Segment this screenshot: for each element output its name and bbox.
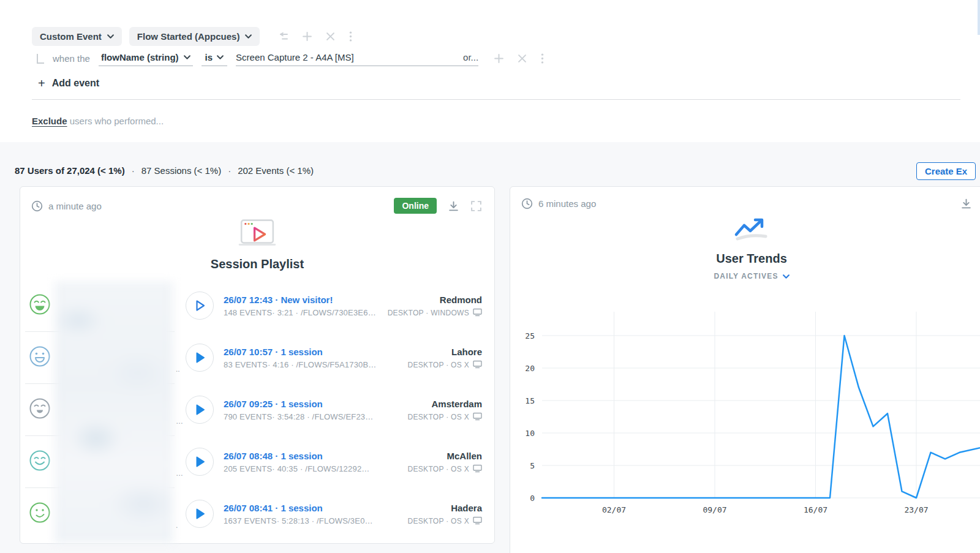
y-tick-label: 20 bbox=[525, 364, 535, 373]
x-tick-label: 16/07 bbox=[804, 505, 827, 514]
session-city: Amsterdam bbox=[408, 398, 482, 408]
chevron-down-icon bbox=[184, 55, 190, 59]
device-label: DESKTOP · OS X bbox=[408, 464, 469, 473]
monitor-icon bbox=[473, 517, 482, 525]
play-icon bbox=[193, 351, 206, 364]
condition-row-actions bbox=[494, 53, 544, 66]
expand-icon[interactable] bbox=[470, 200, 482, 212]
users-count: 87 Users of 27,024 (< 1%) bbox=[15, 165, 125, 176]
event-filter-row: Custom Event Flow Started (Appcues) bbox=[32, 27, 352, 46]
session-city: Hadera bbox=[408, 502, 482, 513]
session-link[interactable]: 26/07 08:48 · 1 session bbox=[224, 450, 370, 461]
download-icon[interactable] bbox=[448, 200, 459, 212]
plus-icon[interactable] bbox=[303, 32, 312, 41]
session-device: DESKTOP · OS X bbox=[408, 464, 482, 473]
value-input[interactable]: Screen Capture 2 - A4A [MS] or... bbox=[236, 52, 478, 66]
session-city: Lahore bbox=[408, 346, 482, 356]
play-session-button[interactable] bbox=[186, 292, 214, 320]
user-trends-card: 6 minutes ago User Trends DAILY ACTIVES … bbox=[510, 186, 980, 553]
session-meta: 205 EVENTS· 40:35 · /FLOWS/12292… bbox=[224, 464, 370, 473]
emoji-smirk-green-icon bbox=[29, 502, 51, 526]
session-card-title: Session Playlist bbox=[20, 257, 494, 271]
session-city: Redmond bbox=[388, 294, 482, 304]
play-session-button[interactable] bbox=[186, 500, 214, 528]
monitor-icon bbox=[473, 465, 482, 473]
analytics-screen: Custom Event Flow Started (Appcues) when… bbox=[0, 0, 980, 553]
section-divider bbox=[32, 99, 960, 100]
play-session-button[interactable] bbox=[186, 448, 214, 476]
name-ellipsis: .. bbox=[176, 365, 180, 374]
last-updated: a minute ago bbox=[48, 201, 102, 211]
chevron-down-icon bbox=[245, 34, 252, 39]
session-link[interactable]: 26/07 09:25 · 1 session bbox=[224, 398, 374, 408]
property-dropdown[interactable]: flowName (string) bbox=[99, 52, 193, 66]
session-link[interactable]: 26/07 12:43 · New visitor! bbox=[224, 294, 376, 304]
trends-card-title: User Trends bbox=[510, 252, 980, 266]
results-summary: 87 Users of 27,024 (< 1%) · 87 Sessions … bbox=[15, 165, 314, 176]
value-text: Screen Capture 2 - A4A [MS] bbox=[236, 52, 354, 62]
play-icon bbox=[193, 455, 206, 468]
exclude-link[interactable]: Exclude bbox=[32, 116, 67, 126]
session-meta: 148 EVENTS· 3:21 · /FLOWS/730E3E6… bbox=[224, 307, 376, 317]
x-tick-label: 09/07 bbox=[703, 505, 726, 514]
monitor-icon bbox=[473, 413, 482, 421]
add-branch-icon[interactable] bbox=[277, 32, 288, 41]
or-more-button[interactable]: or... bbox=[463, 52, 478, 62]
operator-dropdown[interactable]: is bbox=[202, 52, 228, 66]
kebab-icon[interactable] bbox=[349, 31, 352, 42]
scroll-edge bbox=[978, 0, 980, 35]
events-count: 202 Events (< 1%) bbox=[238, 165, 314, 176]
chevron-down-icon bbox=[217, 55, 224, 59]
close-icon[interactable] bbox=[518, 55, 526, 62]
chevron-down-icon bbox=[783, 274, 790, 279]
name-ellipsis: … bbox=[176, 417, 183, 426]
y-tick-label: 5 bbox=[530, 461, 535, 470]
play-icon bbox=[193, 507, 206, 521]
event-name-dropdown[interactable]: Flow Started (Appcues) bbox=[129, 27, 260, 46]
kebab-icon[interactable] bbox=[541, 53, 544, 64]
monitor-icon bbox=[473, 361, 482, 369]
session-playlist-icon bbox=[20, 219, 494, 250]
session-meta: 1637 EVENTS· 5:28:13 · /FLOWS/3E0… bbox=[224, 516, 373, 525]
create-export-button[interactable]: Create Ex bbox=[916, 162, 976, 180]
play-session-button[interactable] bbox=[186, 344, 214, 372]
redacted-user-names bbox=[55, 281, 173, 543]
online-status-badge[interactable]: Online bbox=[394, 198, 437, 214]
session-meta: 83 EVENTS· 4:16 · /FLOWS/F5A1730B… bbox=[224, 359, 377, 369]
plus-icon[interactable] bbox=[494, 54, 503, 63]
separator-dot: · bbox=[228, 165, 231, 176]
y-tick-label: 0 bbox=[530, 494, 535, 503]
session-device: DESKTOP · OS X bbox=[408, 360, 482, 369]
event-type-dropdown[interactable]: Custom Event bbox=[32, 27, 122, 46]
download-icon[interactable] bbox=[960, 198, 972, 209]
daily-actives-chart[interactable]: 051015202502/0709/0716/0723/07 bbox=[510, 297, 980, 530]
last-updated: 6 minutes ago bbox=[538, 198, 596, 209]
device-label: DESKTOP · OS X bbox=[408, 516, 469, 525]
property-label: flowName (string) bbox=[101, 52, 179, 62]
close-icon[interactable] bbox=[326, 32, 334, 40]
emoji-smile-gray-icon bbox=[29, 397, 51, 422]
exclude-hint: users who performed... bbox=[70, 116, 164, 126]
session-link[interactable]: 26/07 10:57 · 1 session bbox=[224, 346, 377, 356]
metric-label: DAILY ACTIVES bbox=[714, 272, 778, 280]
add-event-button[interactable]: + Add event bbox=[38, 78, 99, 89]
y-tick-label: 25 bbox=[525, 331, 535, 340]
operator-label: is bbox=[205, 52, 213, 62]
event-type-label: Custom Event bbox=[40, 31, 102, 42]
clock-icon bbox=[31, 200, 43, 212]
device-label: DESKTOP · WINDOWS bbox=[388, 308, 469, 317]
event-row-actions bbox=[277, 31, 352, 42]
clock-icon bbox=[521, 198, 533, 209]
metric-selector[interactable]: DAILY ACTIVES bbox=[510, 272, 980, 280]
y-tick-label: 15 bbox=[525, 396, 535, 405]
device-label: DESKTOP · OS X bbox=[408, 360, 469, 369]
daily-actives-line bbox=[542, 336, 980, 498]
condition-prefix: when the bbox=[53, 53, 90, 66]
branch-connector bbox=[37, 54, 44, 64]
session-link[interactable]: 26/07 08:41 · 1 session bbox=[224, 502, 373, 513]
device-label: DESKTOP · OS X bbox=[408, 412, 469, 421]
play-session-button[interactable] bbox=[186, 396, 214, 424]
emoji-smile-teal-icon bbox=[29, 450, 51, 474]
session-meta: 790 EVENTS· 3:54:28 · /FLOWS/EF23… bbox=[224, 412, 374, 421]
session-device: DESKTOP · WINDOWS bbox=[388, 308, 482, 317]
